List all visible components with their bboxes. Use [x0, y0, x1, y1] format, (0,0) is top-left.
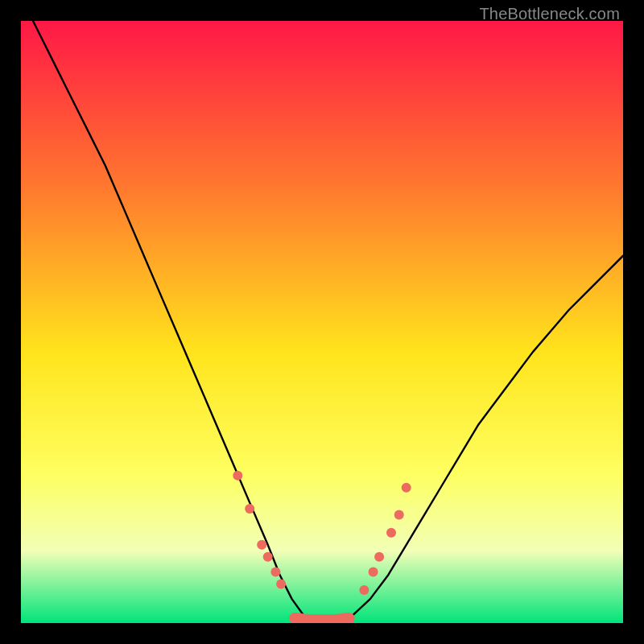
data-marker — [402, 483, 411, 493]
data-marker — [386, 528, 396, 538]
data-marker — [374, 552, 384, 562]
data-marker — [270, 567, 280, 576]
data-marker — [276, 579, 286, 588]
gradient-background — [21, 21, 623, 623]
markers-trough — [295, 618, 349, 620]
data-marker — [394, 510, 404, 519]
chart-frame — [21, 21, 623, 623]
data-marker — [245, 504, 254, 514]
data-marker — [369, 567, 378, 576]
data-marker — [263, 552, 273, 562]
trough-blob — [295, 618, 349, 620]
data-marker — [359, 585, 369, 595]
data-marker — [257, 540, 266, 550]
data-marker — [233, 471, 242, 481]
plot-svg — [21, 21, 623, 623]
watermark-text: TheBottleneck.com — [479, 5, 620, 23]
